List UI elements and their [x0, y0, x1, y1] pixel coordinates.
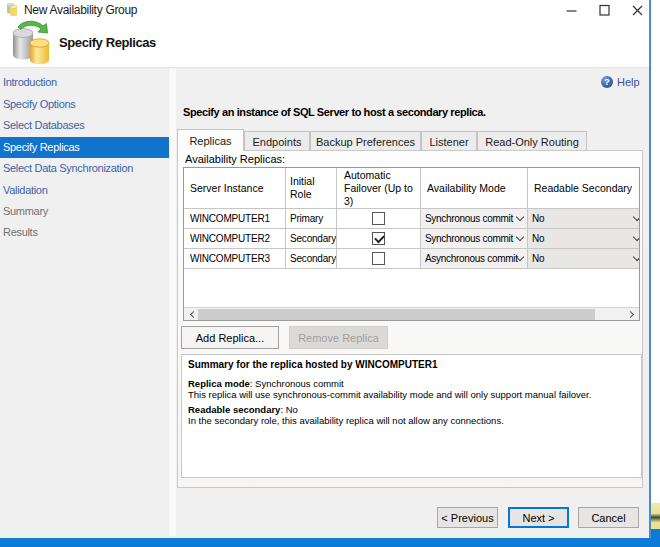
readable-secondary-value: No	[532, 253, 544, 264]
sidebar-item-results[interactable]: Results	[0, 222, 169, 243]
close-icon	[632, 5, 643, 16]
pane-divider	[169, 69, 176, 536]
page-title: Specify Replicas	[59, 35, 156, 50]
summary-value: : Synchronous commit	[250, 378, 344, 389]
scroll-left-icon	[189, 310, 196, 317]
replica-row-1: WINCOMPUTER1 Primary Synchronous commit …	[184, 209, 639, 229]
close-button[interactable]	[624, 0, 650, 20]
column-header-readable-secondary: Readable Secondary	[528, 168, 639, 209]
server-instance-cell[interactable]: WINCOMPUTER3	[184, 249, 286, 269]
column-header-initial-role: Initial Role	[286, 168, 337, 209]
column-header-automatic-failover: Automatic Failover (Up to 3)	[337, 168, 421, 209]
automatic-failover-cell	[337, 249, 421, 269]
automatic-failover-checkbox[interactable]	[372, 232, 385, 245]
help-label: Help	[617, 76, 640, 88]
new-availability-group-dialog: New Availability Group Spe	[0, 0, 651, 538]
summary-readable-secondary-line: Readable secondary: No	[188, 404, 635, 415]
screen: New Availability Group Spe	[0, 0, 660, 547]
availability-mode-dropdown[interactable]: Asynchronous commit	[421, 249, 528, 269]
tab-listener[interactable]: Listener	[421, 131, 477, 151]
summary-readable-secondary-description: In the secondary role, this availability…	[188, 415, 635, 426]
sidebar-item-summary[interactable]: Summary	[0, 201, 169, 222]
tab-endpoints[interactable]: Endpoints	[244, 131, 310, 151]
sidebar-item-select-databases[interactable]: Select Databases	[0, 115, 169, 136]
add-replica-button[interactable]: Add Replica...	[181, 326, 279, 349]
automatic-failover-checkbox[interactable]	[372, 212, 385, 225]
readable-secondary-value: No	[532, 233, 544, 244]
automatic-failover-checkbox[interactable]	[372, 252, 385, 265]
availability-group-icon	[9, 19, 57, 65]
availability-mode-dropdown[interactable]: Synchronous commit	[421, 229, 528, 249]
server-instance-cell[interactable]: WINCOMPUTER2	[184, 229, 286, 249]
dropdown-chevron-icon	[516, 212, 524, 220]
summary-title: Summary for the replica hosted by WINCOM…	[188, 359, 635, 370]
grid-header-row: Server Instance Initial Role Automatic F…	[184, 168, 639, 209]
sidebar-item-validation[interactable]: Validation	[0, 180, 169, 201]
availability-mode-value: Asynchronous commit	[425, 253, 518, 264]
desktop-icon-remnant	[651, 503, 660, 529]
sidebar-item-specify-options[interactable]: Specify Options	[0, 94, 169, 115]
help-icon: ?	[601, 76, 613, 88]
scrollbar-thumb[interactable]	[198, 309, 595, 320]
automatic-failover-cell	[337, 209, 421, 229]
previous-button[interactable]: < Previous	[437, 507, 498, 528]
next-button[interactable]: Next >	[508, 507, 569, 528]
help-link[interactable]: ? Help	[601, 75, 640, 89]
availability-mode-dropdown[interactable]: Synchronous commit	[421, 209, 528, 229]
summary-term: Readable secondary	[188, 404, 280, 415]
window-icon	[5, 3, 19, 17]
readable-secondary-dropdown[interactable]: No	[528, 249, 639, 269]
readable-secondary-value: No	[532, 213, 544, 224]
minimize-icon	[566, 5, 577, 16]
readable-secondary-dropdown[interactable]: No	[528, 229, 639, 249]
server-instance-cell[interactable]: WINCOMPUTER1	[184, 209, 286, 229]
summary-term: Replica mode	[188, 378, 250, 389]
sidebar-item-specify-replicas[interactable]: Specify Replicas	[0, 137, 169, 158]
initial-role-cell: Secondary	[286, 229, 337, 249]
horizontal-scrollbar[interactable]	[184, 307, 639, 320]
summary-replica-mode-line: Replica mode: Synchronous commit	[188, 378, 635, 389]
scroll-right-button[interactable]	[623, 308, 639, 320]
dropdown-chevron-icon	[516, 232, 524, 240]
availability-mode-value: Synchronous commit	[425, 213, 513, 224]
availability-mode-value: Synchronous commit	[425, 233, 513, 244]
summary-value: : No	[280, 404, 297, 415]
readable-secondary-dropdown[interactable]: No	[528, 209, 639, 229]
taskbar	[0, 538, 660, 547]
scroll-right-icon	[626, 310, 633, 317]
dropdown-chevron-icon	[633, 232, 639, 240]
maximize-icon	[599, 4, 610, 16]
initial-role-cell: Primary	[286, 209, 337, 229]
replica-row-2: WINCOMPUTER2 Secondary Synchronous commi…	[184, 229, 639, 249]
column-header-server-instance: Server Instance	[184, 168, 286, 209]
automatic-failover-cell	[337, 229, 421, 249]
initial-role-cell: Secondary	[286, 249, 337, 269]
window-title: New Availability Group	[24, 2, 137, 18]
sidebar-item-introduction[interactable]: Introduction	[0, 72, 169, 93]
cancel-button[interactable]: Cancel	[578, 507, 639, 528]
tab-backup-preferences[interactable]: Backup Preferences	[310, 131, 421, 151]
remove-replica-button[interactable]: Remove Replica	[289, 326, 388, 349]
availability-replicas-grid: Server Instance Initial Role Automatic F…	[183, 167, 640, 321]
dropdown-chevron-icon	[633, 212, 639, 220]
tab-read-only-routing[interactable]: Read-Only Routing	[477, 131, 587, 151]
maximize-button[interactable]	[591, 0, 617, 20]
column-header-availability-mode: Availability Mode	[421, 168, 528, 209]
replica-summary-panel: Summary for the replica hosted by WINCOM…	[181, 354, 642, 478]
replica-row-3: WINCOMPUTER3 Secondary Asynchronous comm…	[184, 249, 639, 269]
instruction-text: Specify an instance of SQL Server to hos…	[183, 106, 486, 118]
minimize-button[interactable]	[558, 0, 584, 20]
availability-replicas-label: Availability Replicas:	[185, 153, 285, 165]
summary-replica-mode-description: This replica will use synchronous-commit…	[188, 389, 635, 400]
sidebar-item-select-data-synchronization[interactable]: Select Data Synchronization	[0, 158, 169, 179]
dropdown-chevron-icon	[633, 252, 639, 260]
tab-replicas[interactable]: Replicas	[177, 129, 244, 151]
